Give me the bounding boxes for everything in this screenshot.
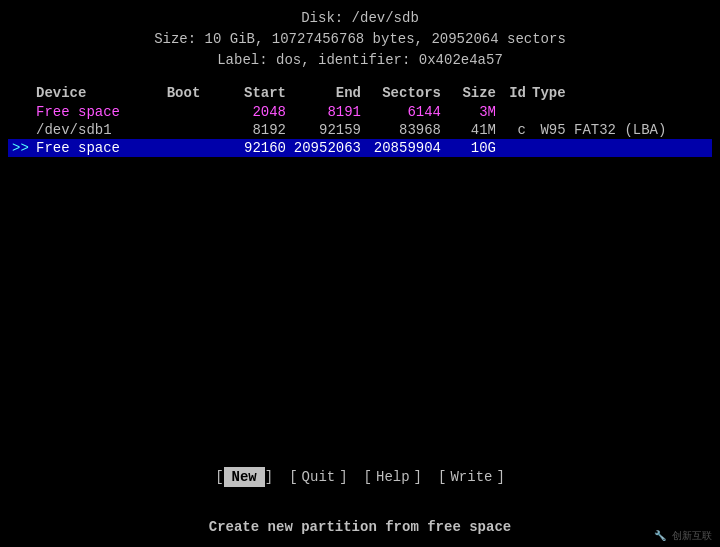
col-sectors: Sectors	[361, 85, 441, 101]
row-arrow: >>	[12, 140, 36, 156]
arrow-col	[12, 85, 36, 101]
separator3: [	[438, 469, 446, 485]
row-end: 92159	[286, 122, 361, 138]
row-device: Free space	[36, 140, 156, 156]
row-end: 20952063	[286, 140, 361, 156]
separator1: [	[289, 469, 297, 485]
col-start: Start	[211, 85, 286, 101]
screen: Disk: /dev/sdb Size: 10 GiB, 10727456768…	[0, 0, 720, 547]
bracket-right-new: ]	[265, 469, 273, 485]
col-type: Type	[526, 85, 686, 101]
col-size: Size	[441, 85, 496, 101]
separator2: [	[364, 469, 372, 485]
row-start: 8192	[211, 122, 286, 138]
row-sectors: 6144	[361, 104, 441, 120]
disk-header: Disk: /dev/sdb Size: 10 GiB, 10727456768…	[0, 0, 720, 71]
row-arrow	[12, 104, 36, 120]
table-header-row: Device Boot Start End Sectors Size Id Ty…	[8, 83, 712, 103]
row-end: 8191	[286, 104, 361, 120]
table-row[interactable]: >> Free space 92160 20952063 20859904 10…	[8, 139, 712, 157]
col-boot: Boot	[156, 85, 211, 101]
partition-table: Device Boot Start End Sectors Size Id Ty…	[0, 83, 720, 157]
bracket-left-new: [	[215, 469, 223, 485]
disk-label: Label: dos, identifier: 0x402e4a57	[0, 50, 720, 71]
row-device: Free space	[36, 104, 156, 120]
col-device: Device	[36, 85, 156, 101]
status-text: Create new partition from free space	[209, 519, 511, 535]
disk-title: Disk: /dev/sdb	[0, 8, 720, 29]
row-size: 10G	[441, 140, 496, 156]
help-button[interactable]: Help	[372, 467, 414, 487]
write-button[interactable]: Write	[446, 467, 496, 487]
row-type: W95 FAT32 (LBA)	[526, 122, 686, 138]
col-end: End	[286, 85, 361, 101]
separator2-end: ]	[414, 469, 422, 485]
status-bar: Create new partition from free space	[0, 519, 720, 535]
row-id: c	[496, 122, 526, 138]
separator1-end: ]	[339, 469, 347, 485]
row-sectors: 83968	[361, 122, 441, 138]
disk-size: Size: 10 GiB, 10727456768 bytes, 2095206…	[0, 29, 720, 50]
row-size: 41M	[441, 122, 496, 138]
row-device: /dev/sdb1	[36, 122, 156, 138]
row-start: 92160	[211, 140, 286, 156]
table-row[interactable]: Free space 2048 8191 6144 3M	[8, 103, 712, 121]
separator3-end: ]	[496, 469, 504, 485]
watermark-text: 🔧 创新互联	[654, 531, 712, 542]
watermark: 🔧 创新互联	[654, 529, 712, 543]
quit-button[interactable]: Quit	[298, 467, 340, 487]
col-id: Id	[496, 85, 526, 101]
row-arrow	[12, 122, 36, 138]
row-start: 2048	[211, 104, 286, 120]
row-size: 3M	[441, 104, 496, 120]
new-button[interactable]: New	[224, 467, 265, 487]
row-sectors: 20859904	[361, 140, 441, 156]
table-row[interactable]: /dev/sdb1 8192 92159 83968 41M c W95 FAT…	[8, 121, 712, 139]
action-buttons: [ New ] [ Quit ] [ Help ] [ Write ]	[0, 467, 720, 487]
